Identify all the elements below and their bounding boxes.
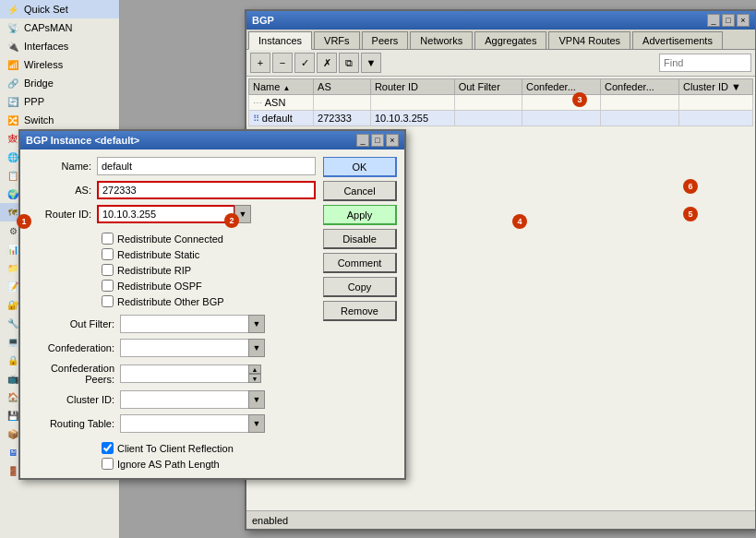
badge-6: 6	[683, 179, 698, 194]
row-default-confeder1	[522, 111, 601, 126]
disable-button-instance[interactable]: Disable	[323, 229, 397, 249]
confederation-peers-input[interactable]	[120, 365, 249, 383]
redistribute-other-bgp-row: Redistribute Other BGP	[28, 295, 316, 307]
sidebar-item-capsman[interactable]: 📡 CAPsMAN	[0, 18, 119, 37]
tab-vpn4-routes[interactable]: VPN4 Routes	[548, 31, 630, 49]
bgp-instance-controls: _ □ ×	[356, 134, 399, 147]
ok-button[interactable]: OK	[323, 157, 397, 177]
name-field-input[interactable]	[97, 157, 316, 175]
redistribute-ospf-row: Redistribute OSPF	[28, 280, 316, 292]
apply-button[interactable]: Apply	[323, 205, 397, 225]
confederation-input[interactable]	[120, 339, 249, 357]
routing-table-label: Routing Table:	[28, 418, 120, 429]
sidebar-item-interfaces[interactable]: 🔌 Interfaces	[0, 37, 119, 55]
confederation-peers-spinner: ▲ ▼	[248, 365, 261, 383]
redistribute-connected-row: Redistribute Connected	[28, 233, 316, 245]
redistribute-connected-checkbox[interactable]	[102, 233, 114, 245]
asn-dots-icon: ⋯	[253, 98, 265, 108]
remove-button-instance[interactable]: Remove	[323, 301, 397, 321]
tab-advertisements[interactable]: Advertisements	[632, 31, 723, 49]
row-asn-as	[314, 95, 371, 111]
copy-button-instance[interactable]: Copy	[323, 277, 397, 297]
ignore-as-path-label: Ignore AS Path Length	[117, 459, 220, 470]
row-default-router-id: 10.10.3.255	[370, 111, 454, 126]
name-field-label: Name:	[28, 161, 97, 172]
badge-5: 5	[683, 207, 698, 221]
bgp-maximize-button[interactable]: □	[722, 14, 735, 27]
cluster-id-dropdown-icon[interactable]: ▼	[248, 390, 265, 409]
sidebar-item-wireless[interactable]: 📶 Wireless	[0, 55, 119, 74]
bgp-minimize-button[interactable]: _	[707, 14, 720, 27]
copy-button[interactable]: ⧉	[339, 53, 359, 73]
col-cluster-id[interactable]: Cluster ID ▼	[679, 79, 753, 95]
enable-button[interactable]: ✓	[294, 53, 315, 73]
confederation-peers-row: Confederation Peers: ▲ ▼	[28, 363, 316, 385]
redistribute-rip-checkbox[interactable]	[102, 264, 114, 276]
table-row[interactable]: ⋯ ASN	[249, 95, 753, 111]
routing-table-row: Routing Table: ▼	[28, 414, 316, 433]
out-filter-dropdown-icon[interactable]: ▼	[248, 315, 265, 333]
switch-icon: 🔀	[6, 113, 20, 127]
routing-table-input[interactable]	[120, 414, 249, 433]
badge-2: 2	[224, 213, 239, 228]
redistribute-ospf-label: Redistribute OSPF	[117, 281, 202, 292]
cluster-id-input[interactable]	[120, 390, 249, 409]
col-confeder1[interactable]: Confeder...	[522, 79, 601, 95]
bgp-instance-fields: Name: AS: Router ID: ▼ Redistribute	[28, 157, 316, 473]
spin-down-button[interactable]: ▼	[248, 374, 261, 383]
as-field-row: AS:	[28, 181, 316, 199]
as-field-input[interactable]	[97, 181, 316, 199]
confederation-dropdown-icon[interactable]: ▼	[248, 339, 265, 357]
badge-1: 1	[17, 214, 31, 229]
table-row[interactable]: ⠿ default 272333 10.10.3.255	[249, 111, 753, 126]
instance-minimize-button[interactable]: _	[356, 134, 369, 147]
redistribute-other-bgp-label: Redistribute Other BGP	[117, 296, 224, 307]
tab-networks[interactable]: Networks	[410, 31, 473, 49]
disable-button[interactable]: ✗	[317, 53, 337, 73]
routing-table-dropdown-icon[interactable]: ▼	[248, 414, 265, 433]
search-input[interactable]	[659, 54, 751, 72]
spin-up-button[interactable]: ▲	[248, 365, 261, 374]
comment-button[interactable]: Comment	[323, 253, 397, 273]
tab-aggregates[interactable]: Aggregates	[474, 31, 546, 49]
col-as[interactable]: AS	[314, 79, 371, 95]
redistribute-ospf-checkbox[interactable]	[102, 280, 114, 292]
router-id-input[interactable]	[97, 205, 235, 223]
bgp-instances-table: Name ▲ AS Router ID Out Filter Confeder.…	[248, 78, 753, 126]
row-asn-name: ⋯ ASN	[249, 95, 314, 111]
client-reflection-row: Client To Client Reflection	[28, 442, 316, 454]
client-reflection-checkbox[interactable]	[102, 442, 114, 454]
tab-peers[interactable]: Peers	[362, 31, 409, 49]
col-name[interactable]: Name ▲	[249, 79, 314, 95]
col-out-filter[interactable]: Out Filter	[454, 79, 522, 95]
tab-vrfs[interactable]: VRFs	[314, 31, 360, 49]
name-sort-icon: ▲	[282, 84, 290, 92]
col-router-id[interactable]: Router ID	[370, 79, 454, 95]
bgp-titlebar: BGP _ □ ×	[246, 11, 755, 30]
sidebar-item-quickset[interactable]: ⚡ Quick Set	[0, 0, 119, 18]
bgp-window-controls: _ □ ×	[707, 14, 750, 27]
instance-maximize-button[interactable]: □	[371, 134, 384, 147]
remove-button[interactable]: −	[272, 53, 293, 73]
router-id-label: Router ID:	[28, 209, 97, 220]
add-button[interactable]: +	[250, 53, 270, 73]
out-filter-input[interactable]	[120, 315, 249, 333]
cancel-button[interactable]: Cancel	[323, 181, 397, 201]
tab-instances[interactable]: Instances	[248, 31, 312, 50]
sidebar-item-switch[interactable]: 🔀 Switch	[0, 111, 119, 129]
bgp-close-button[interactable]: ×	[737, 14, 750, 27]
sidebar-item-bridge[interactable]: 🔗 Bridge	[0, 74, 119, 92]
sidebar-item-ppp[interactable]: 🔄 PPP	[0, 92, 119, 111]
filter-button[interactable]: ▼	[361, 53, 381, 73]
bgp-tab-bar: Instances VRFs Peers Networks Aggregates…	[246, 30, 755, 50]
col-confeder2[interactable]: Confeder...	[600, 79, 678, 95]
redistribute-other-bgp-checkbox[interactable]	[102, 295, 114, 307]
ignore-as-path-row: Ignore AS Path Length	[28, 458, 316, 470]
bgp-status-bar: enabled	[246, 510, 755, 529]
sidebar-label-wireless: Wireless	[24, 59, 114, 70]
ppp-icon: 🔄	[6, 94, 20, 109]
redistribute-static-checkbox[interactable]	[102, 248, 114, 260]
ignore-as-path-checkbox[interactable]	[102, 458, 114, 470]
instance-close-button[interactable]: ×	[386, 134, 399, 147]
bgp-table-container: Name ▲ AS Router ID Out Filter Confeder.…	[246, 77, 755, 128]
